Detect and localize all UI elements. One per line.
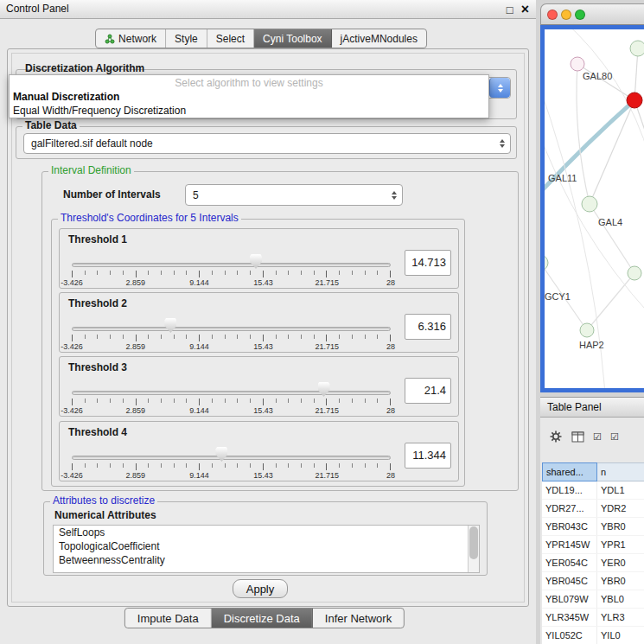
node-label: HAP2 [579, 340, 604, 350]
network-edge [590, 100, 634, 204]
stepper-icon[interactable] [392, 191, 397, 200]
tab-label: Infer Network [325, 612, 392, 625]
table-cell: YLR345W [542, 609, 597, 626]
combo-value: 5 [186, 189, 199, 201]
threshold-value-field[interactable]: 14.713 [405, 250, 451, 276]
scale-label: 2.859 [126, 406, 146, 415]
column-header[interactable]: n [597, 462, 644, 481]
list-item[interactable]: SelfLoops [54, 526, 479, 539]
combo-stepper-icon[interactable] [489, 78, 510, 98]
close-window-icon[interactable] [547, 10, 558, 20]
network-node[interactable] [630, 41, 644, 56]
tab-style[interactable]: Style [166, 29, 207, 48]
table-row[interactable]: YLR345WYLR3 [542, 609, 644, 627]
network-node[interactable] [571, 57, 584, 71]
table-row[interactable]: YBR043CYBR0 [542, 518, 644, 536]
table-row[interactable]: YDR27...YDR2 [542, 500, 644, 518]
threshold-value-field[interactable]: 6.316 [405, 314, 451, 340]
column-header[interactable]: shared... [542, 462, 597, 481]
network-node[interactable] [580, 323, 594, 337]
gear-icon[interactable] [549, 430, 563, 443]
scale-label: 2.859 [126, 278, 146, 287]
slider-scale: -3.4262.8599.14415.4321.71528 [72, 278, 391, 287]
table-cell: YBR0 [597, 572, 644, 590]
list-item[interactable]: TopologicalCoefficient [54, 539, 479, 553]
network-window-titlebar [540, 3, 644, 25]
slider-ticks [72, 335, 391, 341]
table-row[interactable]: YIL052CYIL0 [542, 627, 644, 644]
slider-ticks [72, 271, 391, 277]
scale-label: -3.426 [61, 342, 83, 351]
table-row[interactable]: YDL19...YDL1 [542, 481, 644, 500]
table-cell: YIL0 [597, 627, 644, 644]
scale-label: 9.144 [189, 342, 209, 351]
table-row[interactable]: YBR045CYBR0 [542, 572, 644, 590]
columns-icon[interactable] [571, 431, 584, 443]
stepper-icon[interactable] [500, 139, 505, 148]
scale-label: 2.859 [126, 471, 146, 480]
table-row[interactable]: YER054CYER0 [542, 554, 644, 572]
table-row[interactable]: YBL079WYBL0 [542, 590, 644, 609]
network-node[interactable] [627, 92, 642, 108]
slider-track[interactable] [72, 391, 391, 395]
slider-track[interactable] [72, 263, 391, 267]
threshold-box: Threshold 1-3.4262.8599.14415.4321.71528… [59, 228, 459, 289]
list-item[interactable]: BetweennessCentrality [54, 553, 479, 567]
window-controls: □ × [507, 0, 529, 19]
table-panel-titlebar: Table Panel [540, 397, 644, 418]
screenshot-root: Control Panel □ × NetworkStyleSelectCyni… [0, 0, 644, 644]
checkbox-icon[interactable]: ☑ [610, 431, 619, 443]
threshold-slider[interactable]: -3.4262.8599.14415.4321.71528 [72, 253, 391, 286]
tab-discretize-data[interactable]: Discretize Data [212, 609, 313, 628]
table-data-combobox[interactable]: galFiltered.sif default node [23, 133, 511, 154]
table-row[interactable]: YPR145WYPR1 [542, 536, 644, 554]
slider-track[interactable] [72, 456, 391, 460]
tab-network[interactable]: Network [96, 29, 166, 48]
table-panel-title: Table Panel [547, 401, 602, 413]
network-canvas[interactable]: GAL80GAL11GAL4GCY1HAP2 [540, 25, 644, 392]
slider-ticks [72, 399, 391, 405]
list-scrollbar[interactable] [468, 526, 479, 572]
network-edge [577, 64, 634, 100]
dropdown-option[interactable]: Equal Width/Frequency Discretization [10, 104, 488, 118]
table-cell: YBL0 [597, 590, 644, 608]
scale-label: 15.43 [253, 342, 273, 351]
threshold-box: Threshold 2-3.4262.8599.14415.4321.71528… [59, 292, 459, 353]
table-cell: YPR145W [542, 536, 597, 553]
network-edge [590, 204, 634, 273]
node-label: GCY1 [545, 291, 571, 302]
checkbox-icon[interactable]: ☑ [593, 431, 602, 443]
tab-impute-data[interactable]: Impute Data [125, 609, 212, 628]
node-label: GAL11 [548, 173, 577, 183]
scale-label: 9.144 [189, 471, 209, 480]
zoom-window-icon[interactable] [575, 10, 585, 20]
network-node[interactable] [545, 255, 548, 271]
threshold-value-field[interactable]: 21.4 [405, 378, 451, 404]
tab-infer-network[interactable]: Infer Network [313, 609, 404, 628]
network-node[interactable] [628, 266, 641, 280]
tab-cyni-toolbox[interactable]: Cyni Toolbox [254, 29, 331, 48]
scale-label: 28 [386, 471, 395, 480]
slider-track[interactable] [72, 327, 391, 331]
dropdown-option[interactable]: Manual Discretization [10, 90, 488, 104]
window-title: Control Panel [6, 3, 69, 15]
close-icon[interactable]: × [521, 1, 529, 18]
table-cell: YPR1 [597, 536, 644, 553]
apply-button[interactable]: Apply [233, 579, 288, 598]
network-node[interactable] [582, 196, 597, 212]
tab-select[interactable]: Select [207, 29, 254, 48]
group-label: Threshold's Coordinates for 5 Intervals [58, 212, 241, 224]
intervals-combobox[interactable]: 5 [185, 184, 403, 206]
threshold-slider[interactable]: -3.4262.8599.14415.4321.71528 [72, 381, 391, 414]
scale-label: 28 [386, 278, 395, 287]
float-window-icon[interactable]: □ [507, 1, 513, 19]
table-panel: ☑☑ shared... n YDL19...YDL1YDR27...YDR2Y… [540, 418, 644, 644]
threshold-slider[interactable]: -3.4262.8599.14415.4321.71528 [72, 317, 391, 350]
bottom-tab-bar: Impute DataDiscretize DataInfer Network [124, 608, 405, 628]
threshold-box: Threshold 4-3.4262.8599.14415.4321.71528… [59, 421, 459, 481]
tab-jactivemnodules[interactable]: jActiveMNodules [332, 29, 426, 48]
threshold-slider[interactable]: -3.4262.8599.14415.4321.71528 [72, 446, 391, 479]
minimize-window-icon[interactable] [561, 10, 571, 20]
scrollbar-thumb[interactable] [469, 526, 478, 559]
threshold-value-field[interactable]: 11.344 [405, 443, 451, 469]
